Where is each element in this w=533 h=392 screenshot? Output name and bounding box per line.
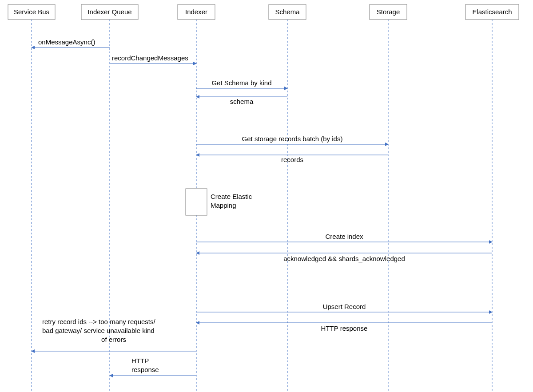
msg-http-resp: HTTP response — [196, 323, 492, 332]
msg-retry: retry record ids --> too many requests/ … — [32, 318, 196, 351]
msg-record-changed: recordChangedMessages — [110, 54, 196, 63]
msg-ack: acknowledged && shards_acknowledged — [196, 253, 492, 262]
svg-text:Mapping: Mapping — [211, 202, 236, 209]
svg-text:HTTP response: HTTP response — [321, 325, 368, 332]
msg-http-resp2: HTTP response — [110, 357, 196, 376]
msg-create-index: Create index — [196, 233, 492, 242]
svg-text:response: response — [131, 366, 159, 373]
msg-get-schema: Get Schema by kind — [196, 79, 287, 88]
msg-on-message-async: onMessageAsync() — [32, 38, 110, 48]
svg-text:Get Schema by kind: Get Schema by kind — [211, 79, 271, 87]
svg-text:retry record ids --> too many : retry record ids --> too many requests/ — [42, 318, 156, 325]
participant-label: Indexer Queue — [88, 8, 131, 16]
participant-label: Storage — [377, 8, 400, 16]
svg-text:Create Elastic: Create Elastic — [211, 193, 252, 200]
msg-records-resp: records — [196, 155, 388, 163]
svg-rect-24 — [186, 189, 207, 215]
svg-text:onMessageAsync(): onMessageAsync() — [38, 38, 95, 46]
participant-schema: Schema — [269, 4, 306, 391]
svg-text:bad gateway/ service unavailab: bad gateway/ service unavailable kind — [42, 327, 155, 334]
svg-text:Upsert Record: Upsert Record — [323, 303, 366, 310]
msg-schema-resp: schema — [196, 97, 287, 105]
msg-upsert: Upsert Record — [196, 303, 492, 312]
svg-text:recordChangedMessages: recordChangedMessages — [112, 54, 188, 62]
svg-text:records: records — [281, 156, 303, 163]
svg-text:of errors: of errors — [101, 336, 126, 343]
svg-text:Get storage records batch (by : Get storage records batch (by ids) — [242, 135, 343, 143]
participant-label: Indexer — [185, 8, 207, 16]
svg-text:HTTP: HTTP — [131, 357, 149, 364]
msg-get-storage: Get storage records batch (by ids) — [196, 135, 388, 144]
participant-label: Elasticsearch — [472, 8, 512, 16]
participant-label: Schema — [275, 8, 300, 16]
svg-text:Create index: Create index — [325, 233, 363, 240]
sequence-diagram: Service Bus Indexer Queue Indexer Schema… — [0, 0, 533, 392]
note-create-elastic-mapping: Create Elastic Mapping — [186, 189, 252, 215]
svg-text:schema: schema — [230, 98, 254, 105]
svg-text:acknowledged && shards_acknowl: acknowledged && shards_acknowledged — [283, 255, 405, 262]
participant-elasticsearch: Elasticsearch — [465, 4, 519, 391]
participant-storage: Storage — [370, 4, 407, 391]
participant-label: Service Bus — [14, 8, 49, 16]
